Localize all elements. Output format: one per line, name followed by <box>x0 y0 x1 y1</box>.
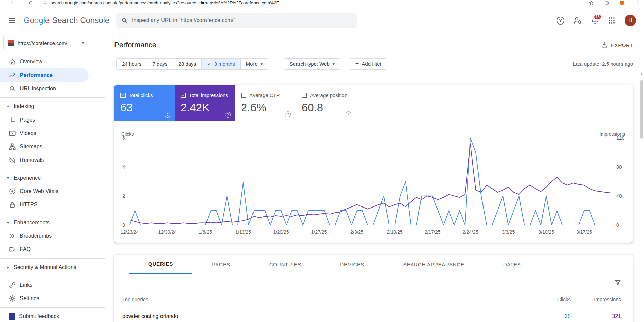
account-avatar[interactable]: H <box>625 15 636 26</box>
sidebar-item-submit-feedback[interactable]: Submit feedback <box>0 310 105 322</box>
apps-grid-icon <box>608 16 616 25</box>
magnifier-icon <box>9 85 16 92</box>
dimensions-panel: QUERIES PAGES COUNTRIES DEVICES SEARCH A… <box>114 255 633 322</box>
range-24-hours[interactable]: 24 hours <box>116 58 147 70</box>
tab-queries[interactable]: QUERIES <box>129 255 192 274</box>
svg-text:0: 0 <box>616 222 619 228</box>
svg-text:1/20/25: 1/20/25 <box>273 229 289 235</box>
main-menu-icon[interactable] <box>8 16 16 25</box>
app-logo[interactable]: Google Search Console <box>24 16 109 25</box>
average-position-card[interactable]: Average position 60.8 ? <box>295 85 356 121</box>
funnel-icon[interactable] <box>614 279 622 286</box>
col-impressions[interactable]: Impressions <box>571 296 621 302</box>
help-icon[interactable]: ? <box>225 112 231 118</box>
query-cell[interactable]: powder coating orlando <box>114 313 520 319</box>
col-clicks[interactable]: ↓Clicks <box>520 296 571 302</box>
scroll-up-arrow[interactable]: ▲ <box>639 71 644 77</box>
svg-text:120: 120 <box>616 135 625 141</box>
sidebar-section-enhancements[interactable]: ▾ Enhancements <box>0 216 105 229</box>
search-type-chip[interactable]: Search type: Web▾ <box>284 58 340 70</box>
sidebar-divider <box>0 258 105 259</box>
range-3-months[interactable]: ✓3 months <box>202 58 240 70</box>
sidebar-divider <box>0 169 105 169</box>
help-icon[interactable]: ? <box>285 111 291 117</box>
manage-users-button[interactable] <box>573 16 582 25</box>
reload-icon[interactable] <box>29 1 33 5</box>
google-apps-button[interactable] <box>608 16 616 25</box>
tab-countries[interactable]: COUNTRIES <box>250 255 321 274</box>
pages-icon <box>9 116 16 124</box>
bookmark-star-icon[interactable] <box>589 1 594 5</box>
home-icon <box>9 58 16 65</box>
chevron-down-icon: ▾ <box>261 62 263 66</box>
side-panel-icon[interactable] <box>604 1 609 5</box>
total-impressions-card[interactable]: ✓Total impressions 2.42K ? <box>175 85 235 121</box>
average-ctr-card[interactable]: Average CTR 2.6% ? <box>235 85 295 121</box>
main-content: Performance EXPORT 24 hours 7 days 28 da… <box>105 35 644 322</box>
help-button[interactable]: ? <box>557 17 564 25</box>
browser-chrome: search.google.com/search-console/perform… <box>0 0 644 6</box>
table-row[interactable]: powder coating orlando 25 321 <box>114 308 633 322</box>
notifications-button[interactable]: 13 <box>591 16 599 25</box>
tab-devices[interactable]: DEVICES <box>321 255 383 274</box>
sidebar-item-breadcrumbs[interactable]: Breadcrumbs <box>0 229 105 243</box>
browser-menu-icon[interactable]: ⋮ <box>635 0 639 5</box>
add-filter-chip[interactable]: +Add filter <box>350 58 387 70</box>
address-bar[interactable]: search.google.com/search-console/perform… <box>51 0 279 5</box>
help-icon[interactable]: ? <box>165 112 170 118</box>
back-icon[interactable] <box>11 1 15 5</box>
browser-profile-avatar[interactable] <box>620 1 624 5</box>
range-more[interactable]: More▾ <box>241 58 268 70</box>
page-scrollbar[interactable]: ▲ <box>639 71 644 322</box>
sidebar-item-performance[interactable]: Performance <box>0 68 89 82</box>
feedback-icon <box>9 313 15 320</box>
sidebar-item-faq[interactable]: FAQ <box>0 243 105 256</box>
chevron-down-icon: ▾ <box>6 104 10 109</box>
site-info-icon[interactable] <box>43 1 47 5</box>
breadcrumbs-icon <box>9 232 16 240</box>
date-range-group: 24 hours 7 days 28 days ✓3 months More▾ <box>116 58 268 70</box>
export-button[interactable]: EXPORT <box>601 42 633 48</box>
sidebar-section-indexing[interactable]: ▾ Indexing <box>0 100 105 113</box>
section-label: Enhancements <box>14 220 50 226</box>
sidebar-section-security[interactable]: ▸ Security & Manual Actions <box>0 261 105 274</box>
chevron-down-icon: ▾ <box>333 62 335 66</box>
sidebar-item-sitemaps[interactable]: Sitemaps <box>0 140 105 153</box>
sidebar-item-url-inspection[interactable]: URL inspection <box>0 82 105 95</box>
sidebar-divider <box>0 307 105 308</box>
sidebar-item-links[interactable]: Links <box>0 278 105 292</box>
checkbox-checked-icon[interactable]: ✓ <box>181 93 186 98</box>
help-icon[interactable]: ? <box>346 111 351 117</box>
web-vitals-icon <box>9 188 16 195</box>
checkbox-unchecked-icon[interactable] <box>302 93 307 98</box>
sidebar-section-experience[interactable]: ▾ Experience <box>0 171 105 185</box>
sidebar-item-removals[interactable]: Removals <box>0 153 105 167</box>
property-selector[interactable]: https://corafence.com/ ▾ <box>3 36 88 50</box>
property-url: https://corafence.com/ <box>18 40 82 46</box>
gear-icon <box>9 295 16 302</box>
checkbox-checked-icon[interactable]: ✓ <box>120 93 126 98</box>
trending-up-icon <box>9 72 16 79</box>
tab-pages[interactable]: PAGES <box>192 255 250 274</box>
link-icon <box>9 281 16 289</box>
metric-label: Total impressions <box>189 92 228 98</box>
sidebar-item-overview[interactable]: Overview <box>0 55 105 68</box>
tab-dates[interactable]: DATES <box>484 255 541 274</box>
sidebar-item-videos[interactable]: Videos <box>0 127 105 140</box>
svg-text:1/6/25: 1/6/25 <box>199 229 212 235</box>
checkbox-unchecked-icon[interactable] <box>241 93 246 98</box>
sidebar-item-settings[interactable]: Settings <box>0 292 105 305</box>
sidebar-divider <box>0 214 105 214</box>
url-inspect-search[interactable] <box>116 13 357 28</box>
download-icon <box>601 42 608 48</box>
svg-text:3/3/25: 3/3/25 <box>502 229 515 235</box>
search-input[interactable] <box>132 17 352 24</box>
total-clicks-card[interactable]: ✓Total clicks 63 ? <box>114 85 175 121</box>
tab-search-appearance[interactable]: SEARCH APPEARANCE <box>384 255 484 274</box>
sidebar-item-core-web-vitals[interactable]: Core Web Vitals <box>0 185 105 198</box>
sidebar-item-https[interactable]: HTTPS <box>0 198 105 212</box>
range-7-days[interactable]: 7 days <box>147 58 173 70</box>
sidebar-item-pages[interactable]: Pages <box>0 113 105 127</box>
scrollbar-thumb[interactable] <box>640 80 643 139</box>
range-28-days[interactable]: 28 days <box>173 58 202 70</box>
